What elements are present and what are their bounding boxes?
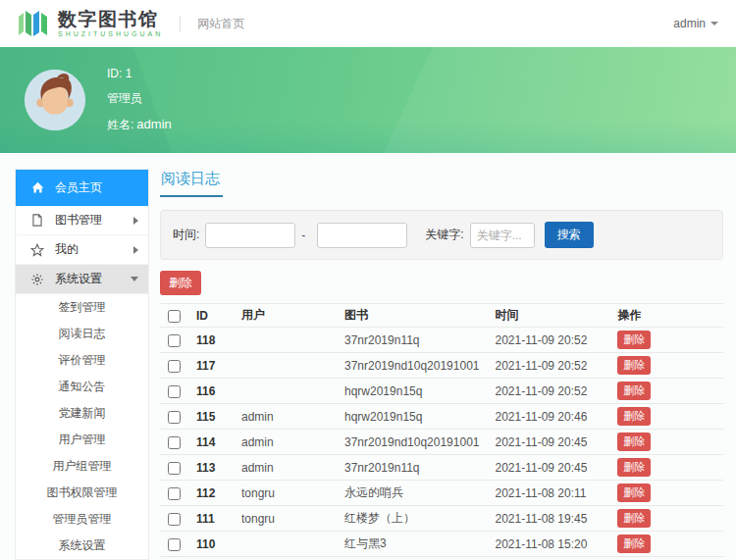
sidebar-item-system-settings[interactable]: 系统设置	[16, 265, 148, 294]
nav-site-home[interactable]: 网站首页	[197, 16, 244, 32]
cell-action: 删除	[609, 328, 723, 353]
row-checkbox[interactable]	[168, 487, 181, 500]
user-dropdown-label: admin	[673, 17, 706, 30]
cell-user: admin	[234, 404, 337, 430]
cell-action: 删除	[609, 532, 723, 557]
sidebar-subitem[interactable]: 通知公告	[16, 374, 148, 400]
cell-book: 37nr2019n11q	[337, 328, 487, 353]
sidebar-item-label: 图书管理	[55, 212, 102, 229]
row-delete-button[interactable]: 删除	[617, 356, 651, 375]
cell-action: 删除	[609, 455, 723, 481]
row-checkbox[interactable]	[168, 360, 181, 373]
cell-action: 删除	[609, 404, 723, 430]
chevron-right-icon	[133, 217, 138, 225]
cell-book: hqrw2019n15q	[337, 379, 487, 404]
logo[interactable]: 数字图书馆 SHUZITUSHUGUAN	[18, 9, 163, 38]
top-bar: 数字图书馆 SHUZITUSHUGUAN 网站首页 admin	[0, 0, 736, 47]
cell-user	[234, 328, 337, 353]
cell-checkbox	[160, 532, 188, 557]
time-to-input[interactable]	[317, 223, 407, 248]
gear-icon	[30, 273, 44, 286]
sidebar-item-label: 系统设置	[55, 271, 102, 287]
chevron-down-icon	[710, 22, 718, 25]
cell-time: 2021-11-09 20:45	[487, 430, 609, 455]
row-checkbox[interactable]	[168, 462, 181, 475]
cell-user: admin	[234, 455, 337, 481]
table-row: 114 admin 37nr2019nd10q20191001 2021-11-…	[160, 430, 723, 455]
sidebar-item-book-management[interactable]: 图书管理	[16, 206, 148, 235]
profile-banner: ID: 1 管理员 姓名:admin	[0, 47, 736, 153]
cell-book: hqrw2019n15q	[337, 404, 487, 430]
sidebar-subitem[interactable]: 评价管理	[16, 347, 148, 374]
sidebar: 会员主页 图书管理 我的	[15, 169, 149, 560]
cell-checkbox	[160, 404, 188, 430]
cell-book: 永远的哨兵	[337, 481, 487, 506]
keyword-label: 关键字:	[425, 227, 463, 243]
cell-time: 2021-11-09 20:46	[487, 404, 609, 430]
cell-id: 110	[188, 532, 234, 557]
sidebar-subitem[interactable]: 阅读日志	[16, 321, 148, 347]
header-action: 操作	[609, 304, 723, 328]
row-delete-button[interactable]: 删除	[617, 407, 651, 426]
sidebar-subitem[interactable]: 图书权限管理	[16, 480, 148, 506]
row-delete-button[interactable]: 删除	[617, 535, 651, 553]
table-row: 112 tongru 永远的哨兵 2021-11-08 20:11 删除	[160, 481, 723, 506]
time-range-dash: -	[301, 229, 305, 242]
row-delete-button[interactable]: 删除	[617, 484, 651, 502]
row-delete-button[interactable]: 删除	[617, 331, 651, 349]
cell-user: tongru	[234, 506, 337, 532]
sidebar-subitem[interactable]: 党建新闻	[16, 400, 148, 427]
sidebar-subitem[interactable]: 用户管理	[16, 427, 148, 453]
table-row: 110 红与黑3 2021-11-08 15:20 删除	[160, 532, 723, 557]
cell-checkbox	[160, 430, 188, 455]
row-checkbox[interactable]	[168, 538, 181, 551]
sidebar-submenu: 签到管理阅读日志评价管理通知公告党建新闻用户管理用户组管理图书权限管理管理员管理…	[16, 294, 148, 559]
row-checkbox[interactable]	[168, 385, 181, 398]
sidebar-subitem[interactable]: 系统设置	[16, 533, 148, 559]
avatar	[25, 70, 85, 130]
logo-subtitle: SHUZITUSHUGUAN	[58, 30, 163, 37]
cell-time: 2021-11-09 20:45	[487, 455, 609, 481]
cell-book: 37nr2019n11q	[337, 455, 487, 481]
sidebar-item-mine[interactable]: 我的	[16, 235, 148, 265]
sidebar-item-label: 我的	[55, 241, 79, 258]
row-checkbox[interactable]	[168, 436, 181, 449]
cell-time: 2021-11-08 15:20	[487, 532, 609, 557]
cell-user: admin	[234, 430, 337, 455]
cell-action: 删除	[609, 353, 723, 379]
cell-id: 114	[188, 430, 234, 455]
row-delete-button[interactable]: 删除	[617, 509, 651, 528]
cell-book: 红楼梦（上）	[337, 506, 487, 532]
row-checkbox[interactable]	[168, 334, 181, 347]
delete-selected-button[interactable]: 删除	[160, 271, 201, 295]
user-name-text: 姓名:admin	[107, 117, 172, 133]
user-id-text: ID: 1	[107, 67, 172, 80]
cell-user	[234, 532, 337, 557]
cell-id: 115	[188, 404, 234, 430]
cell-user: tongru	[234, 481, 337, 506]
search-button[interactable]: 搜索	[545, 222, 594, 248]
select-all-checkbox[interactable]	[168, 310, 181, 323]
sidebar-subitem[interactable]: 管理员管理	[16, 506, 148, 533]
user-dropdown[interactable]: admin	[673, 17, 718, 30]
table-row: 116 hqrw2019n15q 2021-11-09 20:52 删除	[160, 379, 723, 404]
main-content: 阅读日志 时间: - 关键字: 搜索 删除 ID 用户	[160, 169, 723, 560]
sidebar-subitem[interactable]: 用户组管理	[16, 453, 148, 480]
sidebar-item-member-home[interactable]: 会员主页	[16, 170, 148, 206]
row-checkbox[interactable]	[168, 513, 181, 526]
search-panel: 时间: - 关键字: 搜索	[160, 210, 723, 260]
cell-checkbox	[160, 328, 188, 353]
cell-action: 删除	[609, 506, 723, 532]
time-from-input[interactable]	[205, 223, 295, 248]
row-delete-button[interactable]: 删除	[617, 433, 651, 451]
sidebar-subitem[interactable]: 签到管理	[16, 294, 148, 321]
user-name-label: 姓名:	[107, 118, 133, 131]
cell-id: 113	[188, 455, 234, 481]
cell-checkbox	[160, 481, 188, 506]
row-checkbox[interactable]	[168, 411, 181, 424]
row-delete-button[interactable]: 删除	[617, 458, 651, 477]
keyword-input[interactable]	[470, 223, 535, 248]
cell-id: 116	[188, 379, 234, 404]
cell-user: admin	[234, 557, 337, 560]
row-delete-button[interactable]: 删除	[617, 382, 651, 400]
